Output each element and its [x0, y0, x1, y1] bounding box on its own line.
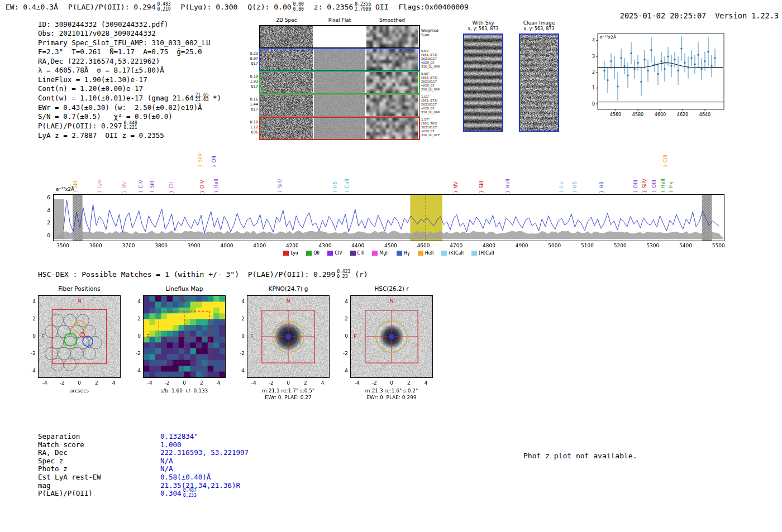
spec2d-pixelflat-panel	[314, 26, 365, 47]
legend-item: Lyα	[283, 250, 298, 256]
match-row-value: N/A	[160, 464, 317, 473]
spec2d-stat-line: 0.16	[245, 97, 258, 102]
spectrum-xtick: 4000	[216, 243, 238, 248]
spectrum-xtick: 4700	[445, 243, 468, 248]
cutout-xtick: -2	[368, 380, 381, 386]
cutout-ytick: -2	[337, 351, 348, 356]
smoothed-image	[366, 95, 418, 116]
spec2d-smoothed-panel	[366, 95, 418, 116]
spec2d-row-meta: 1.57"(560, 705)20210117v028_07310_LU_077	[421, 118, 448, 137]
emission-line-label: } HeII	[212, 141, 220, 193]
stacked-fraction: 21.6521.63	[195, 93, 208, 103]
cutout-xtick: -4	[247, 380, 260, 386]
cutout-overlay: NE	[144, 296, 225, 377]
cutout-xtick: -4	[143, 380, 156, 386]
rich-text-main: F=2.3" T=0.261 N̄=1.17 A=0.75 ḡ=25.0	[38, 47, 202, 56]
legend-label: (K)CaII	[449, 251, 464, 256]
emission-line-label: } OIII	[650, 141, 658, 193]
sky-panel-title: With Sky	[455, 20, 511, 26]
emission-line-text: } CII	[169, 182, 174, 193]
sky-panel-image	[463, 33, 503, 132]
spec2d-meta-line: (563, 873)	[421, 76, 448, 80]
emission-line-text: } CIV	[138, 180, 144, 193]
header-metric: EW: 0.4±0.3Å	[6, 3, 58, 12]
spectrum-ytick: 6	[41, 195, 50, 200]
svg-text:4640: 4640	[699, 112, 711, 117]
svg-text:4620: 4620	[677, 112, 688, 117]
noise-image	[260, 95, 313, 116]
spec2d-pixelflat-panel	[314, 95, 365, 116]
stacked-fraction: 0.4870.233	[183, 488, 197, 498]
spectrum-ytick: 4	[41, 208, 50, 213]
cutout-xtick: 2	[299, 380, 312, 386]
info-line-text: λ = 4605.78Å σ = 8.17(±5.80)Å	[38, 66, 164, 74]
emission-line-label: } CII	[168, 141, 175, 193]
spec2d-stat-line: 1.93	[245, 79, 258, 84]
rich-text-main: Primary Spec_Slot_IFU_AMP: 310_033_002_L…	[38, 39, 211, 47]
cutout-xtick: -2	[160, 380, 174, 386]
hsc-match-text: HSC-DEX : Possible Matches = 1 (within +…	[38, 270, 368, 279]
spec2d-meta-line: v028_03	[421, 107, 448, 111]
match-row-label: Separation	[38, 432, 158, 440]
spectrum-xtick: 5200	[609, 243, 631, 248]
cutout-xtick: -2	[55, 380, 69, 386]
svg-text:1: 1	[592, 85, 595, 90]
match-row-value: 0.132834"	[160, 432, 317, 440]
svg-text:E: E	[250, 334, 254, 339]
cutout-ytick: 4	[337, 299, 348, 304]
match-value-text: N/A	[160, 464, 173, 473]
emission-line-label: } OIII	[632, 141, 640, 193]
spec2d-meta-line: 310_LU_096	[421, 65, 448, 69]
spectrum-xtick: 3600	[84, 243, 107, 248]
fraction-lower: 2.7900	[355, 7, 371, 12]
svg-text:e⁻¹⁷x2Å: e⁻¹⁷x2Å	[600, 35, 617, 40]
emission-line-label: } SiII	[478, 141, 485, 193]
match-row-label: Photo z	[38, 464, 158, 473]
rich-text-main: λ = 4605.78Å σ = 8.17(±5.80)Å	[38, 66, 164, 74]
spec2d-pixelflat-panel	[314, 49, 365, 70]
version-text: Version 1.22.3	[715, 11, 779, 20]
emission-line-text: } Hγ	[559, 181, 564, 193]
spec2d-meta-line: 0.61"	[421, 49, 448, 53]
spec2d-2d-panel	[260, 95, 313, 116]
emission-line-text: } Hδ	[572, 181, 578, 193]
spec2d-meta-line: (563, 873)	[421, 99, 448, 103]
spectrum-xtick: 5500	[707, 243, 729, 248]
match-value-text: 0.132834"	[160, 432, 198, 440]
emission-line-text: } CIII	[662, 155, 668, 167]
cutout-xlabel: m:21.3 re:1.6" s:0.2"	[344, 388, 440, 394]
col-header-smoothed: Smoothed	[366, 17, 418, 23]
emission-line-text: } SiII	[73, 181, 78, 193]
emission-line-text: } SiII	[479, 181, 484, 193]
emission-line-label: } SiII	[148, 141, 156, 193]
emission-line-text: } HeII	[213, 179, 219, 193]
spectrum-ytick: 2	[41, 220, 50, 226]
spec2d-row-meta: 0.61"(563, 873)20210117v028_03310_LU_096	[421, 49, 448, 69]
photz-note: Phot z plot not available.	[523, 452, 637, 460]
rich-text-main: Cont(n) = 1.20(±0.00)e-17	[38, 84, 143, 93]
header-metrics-row: EW: 0.4±0.3ÅP(LAE)/P(OII): 0.2940.4830.2…	[6, 3, 469, 12]
spec2d-meta-line: 1.57"	[421, 118, 448, 122]
emission-line-label: } Hγ	[557, 141, 565, 193]
emission-line-label: } NV	[121, 141, 128, 193]
svg-text:4580: 4580	[632, 112, 643, 117]
sky-panel-image	[519, 33, 559, 132]
rich-text-main: EWr = 0.43(±0.30) (w: -2.50(±0.02)e19)Å	[38, 103, 202, 112]
match-value-text: 222.316593, 53.221997	[160, 448, 249, 457]
stacked-fraction: 0.4480.221	[124, 121, 137, 131]
cutout-ytick: -4	[337, 368, 348, 373]
legend-label: Hγ	[404, 251, 410, 256]
cutout-ytick: 4	[25, 299, 36, 304]
spec2d-stat-line: 017	[245, 84, 258, 89]
info-line-text: S/N = 0.7(±0.5) χ² = 0.9(±0.0)	[38, 112, 173, 121]
elixer-detection-report: EW: 0.4±0.3ÅP(LAE)/P(OII): 0.2940.4830.2…	[0, 0, 782, 532]
emission-line-text: } SiII	[149, 181, 155, 193]
rich-text-main: LyA z = 2.7887 OII z = 0.2355	[38, 131, 164, 140]
noise-image	[260, 26, 313, 47]
svg-text:E: E	[146, 334, 150, 339]
svg-text:N: N	[78, 298, 82, 304]
info-line: LyA z = 2.7887 OII z = 0.2355	[38, 131, 221, 140]
match-row-label: P(LAE)/P(OII)	[38, 489, 158, 497]
spec2d-meta-line: v028_03	[421, 84, 448, 88]
emission-line-label: } OIV	[198, 141, 206, 193]
